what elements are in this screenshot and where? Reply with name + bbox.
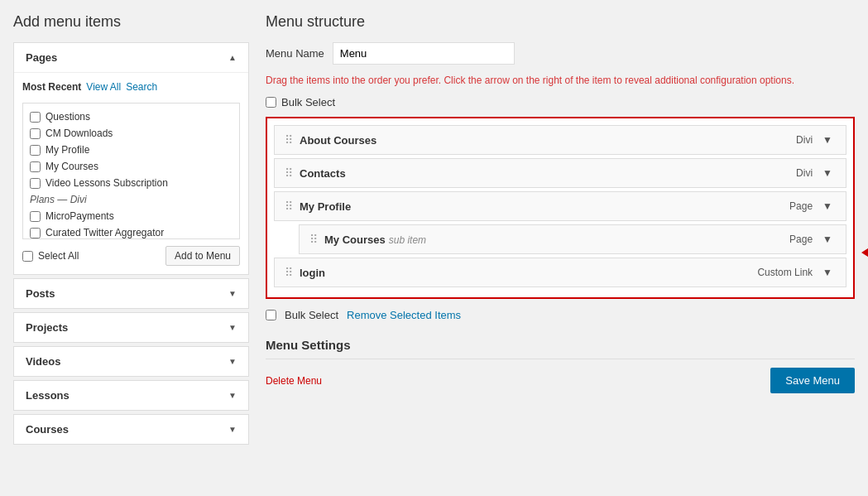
my-courses-type: Page [789,234,813,245]
menu-item-right: Custom Link ▼ [757,265,836,280]
menu-name-row: Menu Name [266,42,855,65]
my-profile-type: Page [789,200,813,212]
my-profile-dropdown[interactable]: ▼ [819,199,836,214]
tab-search[interactable]: Search [126,79,162,94]
cm-downloads-checkbox[interactable] [30,128,41,139]
lessons-section: Lessons ▼ [13,380,249,411]
list-item: MicroPayments [23,208,239,224]
menu-item-right: Divi ▼ [796,132,836,147]
remove-selected-items-button[interactable]: Remove Selected Items [347,309,461,321]
courses-arrow-icon: ▼ [228,425,237,434]
select-all-row: Select All [22,250,79,262]
projects-accordion-header[interactable]: Projects ▼ [14,313,248,342]
login-name: login [300,267,325,279]
videos-section: Videos ▼ [13,346,249,377]
save-menu-button[interactable]: Save Menu [770,368,855,393]
about-courses-type: Divi [796,134,813,146]
courses-label: Courses [26,423,69,436]
posts-accordion-header[interactable]: Posts ▼ [14,279,248,308]
select-all-checkbox[interactable] [22,251,33,262]
pages-accordion-header[interactable]: Pages ▲ [14,43,248,72]
projects-section: Projects ▼ [13,312,249,343]
about-courses-dropdown[interactable]: ▼ [819,132,836,147]
videos-accordion-header[interactable]: Videos ▼ [14,347,248,376]
bulk-select-bottom-label: Bulk Select [285,309,338,321]
lessons-label: Lessons [26,389,70,402]
pages-tabs: Most Recent View All Search [22,73,240,94]
bulk-select-top-checkbox[interactable] [266,97,276,108]
projects-label: Projects [26,321,68,334]
bulk-select-bottom-checkbox[interactable] [266,310,276,320]
menu-name-input[interactable] [333,42,515,65]
posts-arrow-icon: ▼ [228,289,237,298]
drag-handle-icon[interactable]: ⠿ [285,266,293,279]
menu-item-about-courses: ⠿ About Courses Divi ▼ [274,125,846,155]
list-item: Questions [23,108,239,125]
micropayments-checkbox[interactable] [30,211,41,222]
tab-most-recent[interactable]: Most Recent [22,79,86,94]
menu-item-my-profile: ⠿ My Profile Page ▼ [274,191,846,221]
select-all-label: Select All [38,250,79,262]
drag-handle-icon[interactable]: ⠿ [309,233,318,246]
lessons-accordion-header[interactable]: Lessons ▼ [14,381,248,410]
login-dropdown[interactable]: ▼ [819,265,836,280]
menu-name-label: Menu Name [266,47,324,60]
tab-view-all[interactable]: View All [86,79,126,94]
videos-label: Videos [26,355,60,368]
footer-row: Delete Menu Save Menu [266,368,855,393]
delete-menu-button[interactable]: Delete Menu [266,375,322,387]
courses-section: Courses ▼ [13,414,249,445]
questions-label: Questions [46,111,90,123]
add-to-menu-button[interactable]: Add to Menu [165,246,240,266]
posts-section: Posts ▼ [13,278,249,309]
list-item: CM Downloads [23,125,239,142]
video-lessons-checkbox[interactable] [30,178,41,189]
video-lessons-label: Video Lessons Subscription [46,177,168,189]
red-arrow-svg [861,241,868,264]
right-panel: Menu structure Menu Name Drag the items … [266,13,855,483]
my-courses-name: My Coursessub item [324,234,426,246]
bulk-select-top: Bulk Select [266,96,855,108]
list-item: Curated Twitter Aggregator [23,224,239,239]
courses-accordion-header[interactable]: Courses ▼ [14,415,248,444]
menu-item-contacts: ⠿ Contacts Divi ▼ [274,158,846,188]
menu-item-left: ⠿ login [285,266,325,279]
contacts-type: Divi [796,167,813,179]
menu-item-left: ⠿ My Profile [285,200,351,213]
menu-item-left: ⠿ My Coursessub item [309,233,426,246]
list-item: My Courses [23,158,239,175]
contacts-dropdown[interactable]: ▼ [819,166,836,181]
red-arrow-indicator [861,241,868,264]
curated-twitter-label: Curated Twitter Aggregator [46,227,164,238]
list-item: Video Lessons Subscription [23,175,239,191]
lessons-arrow-icon: ▼ [228,391,237,400]
curated-twitter-checkbox[interactable] [30,228,41,238]
bulk-select-bottom: Bulk Select Remove Selected Items [266,309,855,321]
menu-item-right: Divi ▼ [796,166,836,181]
micropayments-label: MicroPayments [46,210,114,222]
drag-handle-icon[interactable]: ⠿ [285,133,293,147]
pages-footer: Select All Add to Menu [22,246,240,266]
cm-downloads-label: CM Downloads [46,128,113,139]
my-profile-checkbox[interactable] [30,145,41,156]
menu-item-left: ⠿ About Courses [285,133,376,147]
instruction-text: Drag the items into the order you prefer… [266,73,855,88]
drag-handle-icon[interactable]: ⠿ [285,166,293,180]
right-panel-title: Menu structure [266,13,855,31]
list-item: My Profile [23,142,239,158]
my-courses-checkbox[interactable] [30,161,41,172]
menu-structure-box: ⠿ About Courses Divi ▼ ⠿ Contacts D [266,117,855,299]
pages-section: Pages ▲ Most Recent View All Search Ques… [13,42,249,275]
login-type: Custom Link [757,267,813,278]
bulk-select-top-label: Bulk Select [281,96,335,108]
posts-label: Posts [26,287,55,300]
svg-marker-0 [861,241,868,264]
my-courses-dropdown[interactable]: ▼ [819,232,836,247]
menu-item-left: ⠿ Contacts [285,166,346,180]
menu-item-my-courses: ⠿ My Coursessub item Page ▼ [299,224,846,254]
sub-item-label: sub item [389,234,426,246]
drag-handle-icon[interactable]: ⠿ [285,200,293,213]
pages-content: Most Recent View All Search Questions CM… [14,72,248,274]
group-label: Plans — Divi [23,191,239,208]
questions-checkbox[interactable] [30,112,41,123]
